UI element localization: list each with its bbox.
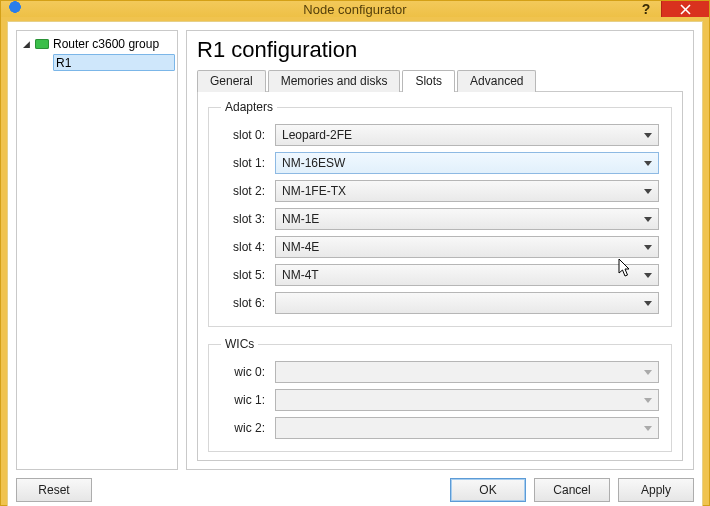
tree-item-r1[interactable]: R1 xyxy=(53,54,175,71)
wic-slot-label: wic 1: xyxy=(221,393,265,407)
adapter-slot-label: slot 2: xyxy=(221,184,265,198)
chevron-down-icon xyxy=(644,273,652,278)
chevron-down-icon xyxy=(644,370,652,375)
wic-slot-combo-0 xyxy=(275,361,659,383)
wic-slot-row: wic 2: xyxy=(221,417,659,439)
adapter-slot-combo-1[interactable]: NM-16ESW xyxy=(275,152,659,174)
window-controls: ? xyxy=(631,1,709,17)
chevron-down-icon xyxy=(644,133,652,138)
adapter-slot-value: NM-4E xyxy=(282,240,319,254)
tab-panel-slots: Adapters slot 0:Leopard-2FEslot 1:NM-16E… xyxy=(197,91,683,461)
adapter-slot-row: slot 5:NM-4T xyxy=(221,264,659,286)
chevron-down-icon xyxy=(644,426,652,431)
adapter-slot-label: slot 0: xyxy=(221,128,265,142)
page-title: R1 configuration xyxy=(197,37,683,63)
tree-pane[interactable]: ◢ Router c3600 group R1 xyxy=(16,30,178,470)
adapter-slot-combo-3[interactable]: NM-1E xyxy=(275,208,659,230)
adapter-slot-label: slot 1: xyxy=(221,156,265,170)
help-button[interactable]: ? xyxy=(631,1,661,17)
tab-general[interactable]: General xyxy=(197,70,266,92)
tree-item-label: R1 xyxy=(56,56,71,70)
client-area: ◢ Router c3600 group R1 R1 configuration… xyxy=(7,21,703,506)
chevron-down-icon xyxy=(644,217,652,222)
adapter-slot-label: slot 5: xyxy=(221,268,265,282)
adapter-slot-label: slot 3: xyxy=(221,212,265,226)
wic-slot-label: wic 0: xyxy=(221,365,265,379)
expander-icon[interactable]: ◢ xyxy=(21,39,31,49)
apply-button[interactable]: Apply xyxy=(618,478,694,502)
chevron-down-icon xyxy=(644,189,652,194)
app-icon xyxy=(9,1,25,17)
right-pane: R1 configuration General Memories and di… xyxy=(186,30,694,470)
tab-slots[interactable]: Slots xyxy=(402,70,455,92)
wics-legend: WICs xyxy=(221,337,258,351)
adapter-slot-label: slot 4: xyxy=(221,240,265,254)
adapters-legend: Adapters xyxy=(221,100,277,114)
wic-slot-combo-1 xyxy=(275,389,659,411)
adapter-slot-combo-2[interactable]: NM-1FE-TX xyxy=(275,180,659,202)
adapter-slot-row: slot 6: xyxy=(221,292,659,314)
ok-button[interactable]: OK xyxy=(450,478,526,502)
body-row: ◢ Router c3600 group R1 R1 configuration… xyxy=(16,30,694,470)
adapter-slot-combo-6[interactable] xyxy=(275,292,659,314)
window-title: Node configurator xyxy=(1,2,709,17)
chevron-down-icon xyxy=(644,398,652,403)
adapter-slot-value: NM-16ESW xyxy=(282,156,345,170)
tabstrip: General Memories and disks Slots Advance… xyxy=(197,70,683,92)
adapter-slot-label: slot 6: xyxy=(221,296,265,310)
close-icon xyxy=(680,4,691,15)
tab-advanced[interactable]: Advanced xyxy=(457,70,536,92)
adapter-slot-row: slot 3:NM-1E xyxy=(221,208,659,230)
adapters-group: Adapters slot 0:Leopard-2FEslot 1:NM-16E… xyxy=(208,100,672,327)
wic-slot-row: wic 0: xyxy=(221,361,659,383)
tree-root-row[interactable]: ◢ Router c3600 group xyxy=(19,35,175,53)
adapter-slot-row: slot 4:NM-4E xyxy=(221,236,659,258)
adapter-slot-combo-0[interactable]: Leopard-2FE xyxy=(275,124,659,146)
reset-button[interactable]: Reset xyxy=(16,478,92,502)
router-group-icon xyxy=(35,39,49,49)
wics-group: WICs wic 0:wic 1:wic 2: xyxy=(208,337,672,452)
tree-root-label: Router c3600 group xyxy=(53,37,159,51)
adapter-slot-row: slot 2:NM-1FE-TX xyxy=(221,180,659,202)
chevron-down-icon xyxy=(644,161,652,166)
adapter-slot-combo-4[interactable]: NM-4E xyxy=(275,236,659,258)
wic-slot-combo-2 xyxy=(275,417,659,439)
adapter-slot-row: slot 0:Leopard-2FE xyxy=(221,124,659,146)
window-frame: Node configurator ? ◢ Router c3600 group… xyxy=(0,0,710,506)
adapter-slot-value: NM-4T xyxy=(282,268,319,282)
adapter-slot-row: slot 1:NM-16ESW xyxy=(221,152,659,174)
chevron-down-icon xyxy=(644,245,652,250)
close-button[interactable] xyxy=(661,1,709,17)
adapter-slot-value: Leopard-2FE xyxy=(282,128,352,142)
tab-memories[interactable]: Memories and disks xyxy=(268,70,401,92)
adapter-slot-value: NM-1FE-TX xyxy=(282,184,346,198)
adapter-slot-combo-5[interactable]: NM-4T xyxy=(275,264,659,286)
adapter-slot-value: NM-1E xyxy=(282,212,319,226)
footer-buttons: Reset OK Cancel Apply xyxy=(16,478,694,502)
titlebar[interactable]: Node configurator ? xyxy=(1,1,709,17)
wic-slot-row: wic 1: xyxy=(221,389,659,411)
wic-slot-label: wic 2: xyxy=(221,421,265,435)
chevron-down-icon xyxy=(644,301,652,306)
cancel-button[interactable]: Cancel xyxy=(534,478,610,502)
